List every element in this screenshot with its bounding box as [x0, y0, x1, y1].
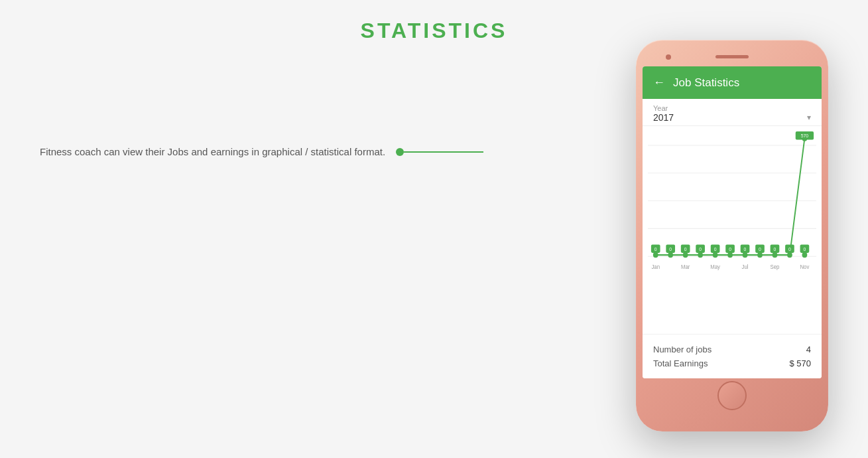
phone-outer: ← Job Statistics Year 2017 ▾: [636, 40, 828, 431]
svg-text:0: 0: [788, 247, 791, 252]
phone-speaker: [715, 55, 749, 58]
svg-point-17: [713, 252, 718, 258]
svg-point-5: [653, 252, 658, 258]
phone-screen: ← Job Statistics Year 2017 ▾: [643, 66, 822, 378]
phone-mockup: ← Job Statistics Year 2017 ▾: [636, 40, 828, 431]
jobs-row: Number of jobs 4: [653, 343, 811, 356]
svg-text:0: 0: [684, 247, 687, 252]
svg-point-8: [668, 252, 673, 258]
phone-top-bar: [643, 46, 822, 66]
svg-text:0: 0: [729, 247, 731, 252]
svg-text:Nov: Nov: [800, 264, 810, 270]
svg-point-38: [802, 252, 808, 258]
svg-text:Mar: Mar: [681, 264, 690, 270]
svg-text:0: 0: [759, 247, 761, 252]
svg-text:Sep: Sep: [771, 264, 780, 270]
year-row: 2017 ▾: [653, 112, 811, 123]
jobs-label: Number of jobs: [653, 344, 712, 354]
phone-bottom: [643, 378, 822, 413]
connector-line: [404, 151, 483, 153]
phone-camera: [666, 54, 671, 60]
earnings-row: Total Earnings $ 570: [653, 356, 811, 370]
stats-footer: Number of jobs 4 Total Earnings $ 570: [643, 334, 822, 378]
svg-point-23: [743, 252, 748, 258]
svg-text:570: 570: [801, 133, 808, 139]
svg-text:0: 0: [669, 247, 672, 252]
app-header: ← Job Statistics: [643, 66, 822, 99]
svg-point-14: [698, 252, 703, 258]
svg-point-29: [773, 252, 778, 258]
svg-text:0: 0: [804, 247, 806, 252]
dot-connector: [396, 148, 483, 156]
description-area: Fitness coach can view their Jobs and ea…: [40, 146, 483, 157]
svg-text:Jul: Jul: [742, 264, 749, 270]
svg-point-26: [757, 252, 763, 258]
svg-text:0: 0: [774, 247, 776, 252]
earnings-label: Total Earnings: [653, 358, 708, 368]
svg-text:Jan: Jan: [651, 264, 660, 270]
earnings-value: $ 570: [789, 358, 811, 368]
svg-point-11: [683, 252, 688, 258]
year-value: 2017: [653, 112, 674, 123]
green-dot-icon: [396, 148, 404, 156]
jobs-value: 4: [806, 344, 811, 354]
svg-text:0: 0: [714, 247, 717, 252]
page-title: STATISTICS: [0, 0, 868, 43]
year-selector[interactable]: Year 2017 ▾: [643, 99, 822, 126]
chart-area: 0 0 0 0 0: [643, 126, 822, 312]
line-chart: 0 0 0 0 0: [648, 131, 816, 284]
svg-text:May: May: [710, 264, 721, 270]
description-text: Fitness coach can view their Jobs and ea…: [40, 146, 385, 157]
app-header-title: Job Statistics: [673, 76, 739, 90]
svg-point-20: [727, 252, 733, 258]
year-label: Year: [653, 104, 811, 112]
chevron-down-icon: ▾: [807, 113, 811, 122]
svg-text:0: 0: [654, 247, 657, 252]
svg-text:0: 0: [744, 247, 747, 252]
back-arrow-icon[interactable]: ←: [653, 76, 665, 90]
svg-point-32: [787, 252, 792, 258]
svg-text:0: 0: [699, 247, 702, 252]
home-button[interactable]: [717, 381, 747, 410]
